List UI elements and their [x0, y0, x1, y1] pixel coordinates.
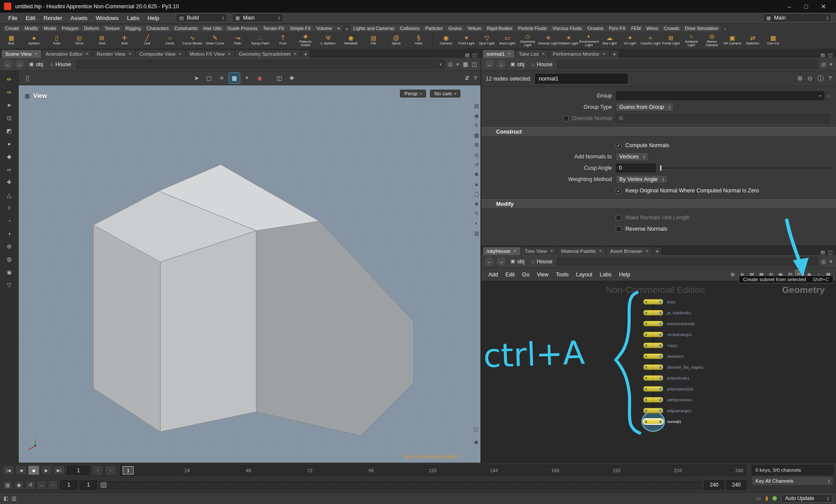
close-tab-icon[interactable]: ✕ [85, 52, 89, 56]
shelf-tool[interactable]: ☁ Sky Light [599, 31, 620, 49]
shelf-tab[interactable]: Particles [423, 25, 445, 31]
close-tab-icon[interactable]: ✕ [293, 52, 297, 56]
network-node[interactable]: polyexpand2d1 [643, 386, 704, 392]
new-tab-button[interactable]: + [653, 248, 661, 255]
display-option-icon[interactable]: ▥ [474, 230, 479, 236]
shelf-tab[interactable]: FEM [628, 25, 643, 31]
shelf-tool[interactable]: ⇄ Switcher [742, 31, 763, 49]
node-body-icon[interactable] [643, 353, 663, 359]
pane-grid-icon[interactable]: ▦ [463, 61, 468, 67]
shelf-tab[interactable]: Create [3, 25, 22, 31]
pin-icon[interactable]: ◎ [821, 258, 826, 265]
override-normal-input[interactable]: N [616, 114, 830, 123]
viewport-mode-icon[interactable]: ⌖ [242, 73, 252, 84]
pane-menu-icon[interactable]: ▤ [820, 249, 825, 255]
display-option-icon[interactable]: ✎ [474, 211, 479, 217]
shelf-tool[interactable]: ✎ Draw Curve [204, 31, 226, 49]
breadcrumb-obj[interactable]: ▣ obj [27, 60, 45, 68]
menu-item[interactable]: Assets [67, 14, 91, 22]
shelf-tool[interactable]: @ Spiral [385, 31, 407, 49]
desktop-selector-combo[interactable]: ▦ Main ▴▾ [763, 13, 832, 22]
display-option-icon[interactable]: ◎ [474, 152, 479, 158]
shelf-tool[interactable]: ▯ Tube [45, 31, 68, 49]
viewport-mode-icon[interactable]: ✛ [216, 73, 227, 84]
pane-tab[interactable]: Geometry Spreadsheet ✕ [235, 50, 300, 58]
shelf-tab[interactable]: Polygon [59, 25, 81, 31]
close-tab-icon[interactable]: ✕ [602, 52, 606, 56]
playback-button[interactable]: ◀ [15, 465, 27, 475]
network-node[interactable]: box1 [643, 299, 704, 305]
help-icon[interactable]: ? [474, 75, 477, 81]
shelf-tool[interactable]: ▣ VR Camera [722, 31, 742, 49]
reverse-normals-checkbox[interactable]: ✓ [616, 226, 621, 232]
shelf-tool[interactable]: ⊞ Portal Light [661, 31, 681, 49]
shelf-tab[interactable]: Constraints [172, 25, 200, 31]
shelf-tool[interactable]: § Helix [407, 31, 430, 49]
close-tab-icon[interactable]: ✕ [228, 52, 231, 56]
viewport-tool-icon[interactable]: ⚙ [3, 242, 15, 252]
param-header-icon[interactable]: ⊙ [807, 75, 812, 83]
node-body-icon[interactable] [643, 321, 663, 326]
cusp-angle-input[interactable]: 0 [616, 164, 656, 172]
pane-tab[interactable]: Asset Browser ✕ [607, 247, 652, 255]
shelf-tab[interactable]: Wires [644, 25, 661, 31]
shelf-tool[interactable]: T Font [272, 31, 294, 49]
viewport-corner-icon[interactable]: ⓘ [473, 427, 479, 434]
shelf-tab[interactable]: Collisions [397, 25, 422, 31]
shelf-tool[interactable]: ◇ Geometry Light [517, 31, 538, 49]
display-option-icon[interactable]: ✛ [474, 122, 479, 128]
network-menu-item[interactable]: Help [615, 270, 634, 279]
range-end-field[interactable]: 240 [704, 480, 724, 490]
sort-icon[interactable]: ⇵ [465, 75, 470, 81]
pane-tab[interactable]: normal1 ✕ [483, 50, 514, 58]
cusp-angle-slider[interactable] [660, 165, 830, 171]
display-option-icon[interactable]: ▦ [474, 132, 479, 138]
shelf-tool[interactable]: ✦ GI Light [620, 31, 640, 49]
network-node[interactable]: attribpromote1 [643, 397, 704, 403]
pane-maximize-icon[interactable]: ◫ [828, 52, 833, 58]
close-tab-icon[interactable]: ✕ [542, 52, 545, 56]
back-button[interactable]: ← [3, 60, 13, 69]
shelf-tab[interactable]: Texture [102, 25, 122, 31]
status-icon[interactable]: ◧ [3, 495, 8, 501]
node-body-icon[interactable] [643, 343, 663, 348]
network-node[interactable]: edgearrange1 [643, 408, 704, 413]
new-tab-button[interactable]: + [611, 50, 618, 58]
playback-range-slider[interactable] [99, 481, 702, 489]
pane-tab[interactable]: Motion FX View ✕ [186, 50, 235, 58]
maximize-button[interactable]: □ [804, 3, 808, 10]
shelf-tab[interactable]: Deform [81, 25, 101, 31]
pane-tab[interactable]: Performance Monitor ✕ [549, 50, 609, 58]
display-option-icon[interactable]: ▢ [474, 191, 479, 197]
node-body-icon[interactable] [643, 310, 663, 316]
key-mode-combo[interactable]: Key All Channels ▴▾ [752, 476, 833, 486]
persp-button[interactable]: Persp ▾ [400, 90, 426, 97]
compute-normals-checkbox[interactable]: ✓ [616, 143, 621, 148]
breadcrumb-obj[interactable]: ▣ obj [508, 258, 527, 265]
shelf-tool[interactable]: ▭ Area Light [497, 31, 517, 49]
shelf-overflow-icon[interactable]: ▾ [346, 27, 348, 31]
pin-icon[interactable]: ◎ [448, 61, 453, 67]
viewport-mode-icon[interactable]: ◉ [254, 73, 265, 84]
network-menu-item[interactable]: Add [485, 270, 501, 279]
range-slider-handle[interactable] [101, 482, 107, 488]
frame-ruler[interactable]: 24487296120144168192216240 1 [120, 465, 746, 476]
new-tab-button[interactable]: + [302, 50, 309, 58]
shelf-tool[interactable]: ◎ Torus [68, 31, 91, 49]
display-option-icon[interactable]: ⊠ [474, 142, 479, 148]
network-node[interactable]: polyextrude1 [643, 375, 704, 381]
shelf-tool[interactable]: ▤ File [362, 31, 385, 49]
shelf-tool[interactable]: ✶ Point Light [456, 31, 477, 49]
keep-original-checkbox[interactable]: ✓ [616, 188, 621, 194]
minimize-button[interactable]: – [788, 3, 791, 10]
back-button[interactable]: ← [485, 60, 494, 69]
shelf-tool[interactable]: ● Sphere [23, 31, 45, 49]
shelf-tab[interactable]: Viscous Fluids [550, 25, 585, 31]
network-toolbar-icon[interactable]: ⚙ [729, 270, 737, 279]
network-menu-item[interactable]: Tools [552, 270, 572, 279]
menu-item[interactable]: Edit [22, 14, 39, 22]
range-start-field[interactable]: 1 [60, 480, 77, 490]
slider-handle[interactable] [660, 165, 661, 171]
shelf-tab[interactable]: Rigging [123, 25, 144, 31]
viewport-tool-icon[interactable]: ▽ [3, 280, 15, 290]
